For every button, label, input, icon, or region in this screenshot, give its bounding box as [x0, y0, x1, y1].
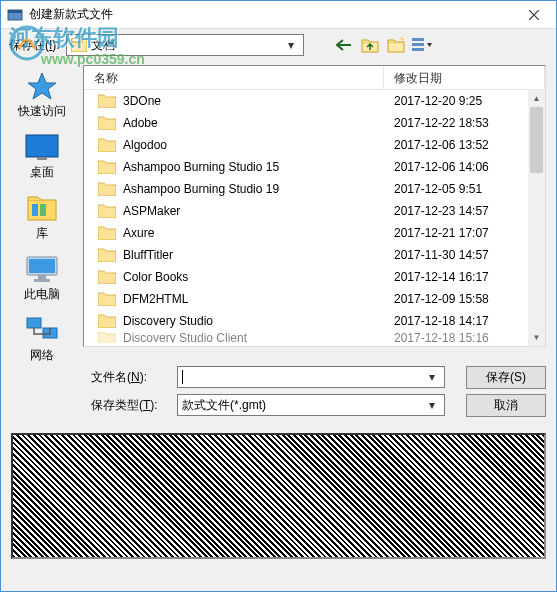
file-date: 2017-12-23 14:57 — [384, 204, 545, 218]
column-headers: 名称 修改日期 — [84, 66, 545, 90]
file-name: Adobe — [123, 116, 158, 130]
folder-icon — [98, 138, 116, 152]
table-row[interactable]: Discovery Studio Client2017-12-18 15:16 — [84, 332, 545, 343]
file-date: 2017-12-18 14:17 — [384, 314, 545, 328]
table-row[interactable]: Discovery Studio2017-12-18 14:17 — [84, 310, 545, 332]
star-icon — [26, 71, 58, 101]
svg-rect-19 — [27, 318, 41, 328]
column-name[interactable]: 名称 — [84, 66, 384, 89]
file-name: Ashampoo Burning Studio 19 — [123, 182, 279, 196]
sidebar-item-quick-access[interactable]: 快速访问 — [1, 67, 83, 124]
file-name: BluffTitler — [123, 248, 173, 262]
filename-value — [182, 370, 183, 384]
sidebar-item-this-pc[interactable]: 此电脑 — [1, 250, 83, 307]
folder-icon — [98, 314, 116, 328]
file-date: 2017-12-18 15:16 — [384, 332, 545, 343]
window-title: 创建新款式文件 — [29, 6, 511, 23]
chevron-down-icon: ▾ — [424, 370, 440, 384]
table-row[interactable]: DFM2HTML2017-12-09 15:58 — [84, 288, 545, 310]
chevron-down-icon: ▾ — [424, 398, 440, 412]
view-menu-button[interactable] — [412, 35, 432, 55]
new-folder-button[interactable] — [386, 35, 406, 55]
sidebar-label: 快速访问 — [18, 103, 66, 120]
location-dropdown[interactable]: 文档 ▾ — [66, 34, 304, 56]
cancel-button[interactable]: 取消 — [466, 394, 546, 417]
svg-rect-17 — [38, 275, 46, 279]
file-name: Color Books — [123, 270, 188, 284]
svg-rect-9 — [412, 48, 424, 51]
documents-icon — [71, 38, 87, 52]
libraries-icon — [26, 194, 58, 222]
svg-rect-6 — [388, 42, 404, 52]
table-row[interactable]: Axure2017-12-21 17:07 — [84, 222, 545, 244]
close-button[interactable] — [511, 1, 556, 29]
desktop-icon — [25, 134, 59, 160]
filename-input[interactable]: ▾ — [177, 366, 445, 388]
file-name: ASPMaker — [123, 204, 180, 218]
file-date: 2017-11-30 14:57 — [384, 248, 545, 262]
preview-panel — [11, 433, 546, 559]
save-button[interactable]: 保存(S) — [466, 366, 546, 389]
up-folder-icon — [361, 37, 379, 53]
save-in-label: 保存在(I): — [9, 37, 60, 54]
file-list: 名称 修改日期 3DOne2017-12-20 9:25Adobe2017-12… — [83, 65, 546, 347]
table-row[interactable]: Adobe2017-12-22 18:53 — [84, 112, 545, 134]
folder-icon — [98, 292, 116, 306]
svg-rect-10 — [26, 135, 58, 157]
sidebar-item-desktop[interactable]: 桌面 — [1, 128, 83, 185]
table-row[interactable]: BluffTitler2017-11-30 14:57 — [84, 244, 545, 266]
file-date: 2017-12-14 16:17 — [384, 270, 545, 284]
column-date[interactable]: 修改日期 — [384, 66, 545, 89]
svg-rect-14 — [40, 204, 46, 216]
scroll-up-icon[interactable]: ▲ — [528, 90, 545, 107]
file-date: 2017-12-05 9:51 — [384, 182, 545, 196]
file-name: DFM2HTML — [123, 292, 188, 306]
save-button-label: 保存(S) — [486, 369, 526, 386]
sidebar-label: 桌面 — [30, 164, 54, 181]
folder-icon — [98, 116, 116, 130]
table-row[interactable]: Algodoo2017-12-06 13:52 — [84, 134, 545, 156]
sidebar-label: 库 — [36, 225, 48, 242]
app-icon — [7, 7, 23, 23]
svg-rect-4 — [72, 38, 82, 42]
file-date: 2017-12-22 18:53 — [384, 116, 545, 130]
folder-icon — [98, 332, 116, 343]
toolbar: 保存在(I): 文档 ▾ — [1, 29, 556, 61]
file-date: 2017-12-06 14:06 — [384, 160, 545, 174]
scroll-thumb[interactable] — [530, 107, 543, 173]
folder-icon — [98, 204, 116, 218]
places-sidebar: 快速访问 桌面 库 此电脑 网络 — [1, 61, 83, 351]
file-date: 2017-12-21 17:07 — [384, 226, 545, 240]
table-row[interactable]: 3DOne2017-12-20 9:25 — [84, 90, 545, 112]
view-list-icon — [412, 37, 432, 53]
bottom-fields: 文件名(N): ▾ 保存(S) 保存类型(T): 款式文件(*.gmt) ▾ 取… — [1, 351, 556, 427]
file-date: 2017-12-09 15:58 — [384, 292, 545, 306]
file-name: Axure — [123, 226, 154, 240]
file-date: 2017-12-06 13:52 — [384, 138, 545, 152]
file-name: Discovery Studio — [123, 314, 213, 328]
file-name: 3DOne — [123, 94, 161, 108]
scroll-down-icon[interactable]: ▼ — [528, 329, 545, 346]
table-row[interactable]: Color Books2017-12-14 16:17 — [84, 266, 545, 288]
svg-rect-8 — [412, 43, 424, 46]
table-row[interactable]: Ashampoo Burning Studio 192017-12-05 9:5… — [84, 178, 545, 200]
location-text: 文档 — [91, 37, 115, 54]
sidebar-label: 此电脑 — [24, 286, 60, 303]
folder-icon — [98, 182, 116, 196]
filetype-value: 款式文件(*.gmt) — [182, 397, 266, 414]
this-pc-icon — [25, 255, 59, 283]
back-button[interactable] — [334, 35, 354, 55]
chevron-down-icon: ▾ — [283, 38, 299, 52]
folder-icon — [98, 94, 116, 108]
svg-rect-7 — [412, 38, 424, 41]
filetype-dropdown[interactable]: 款式文件(*.gmt) ▾ — [177, 394, 445, 416]
table-row[interactable]: Ashampoo Burning Studio 152017-12-06 14:… — [84, 156, 545, 178]
cancel-button-label: 取消 — [494, 397, 518, 414]
back-icon — [336, 39, 352, 51]
svg-rect-1 — [8, 10, 22, 13]
table-row[interactable]: ASPMaker2017-12-23 14:57 — [84, 200, 545, 222]
sidebar-item-libraries[interactable]: 库 — [1, 189, 83, 246]
scrollbar[interactable]: ▲ ▼ — [528, 90, 545, 346]
file-date: 2017-12-20 9:25 — [384, 94, 545, 108]
up-folder-button[interactable] — [360, 35, 380, 55]
